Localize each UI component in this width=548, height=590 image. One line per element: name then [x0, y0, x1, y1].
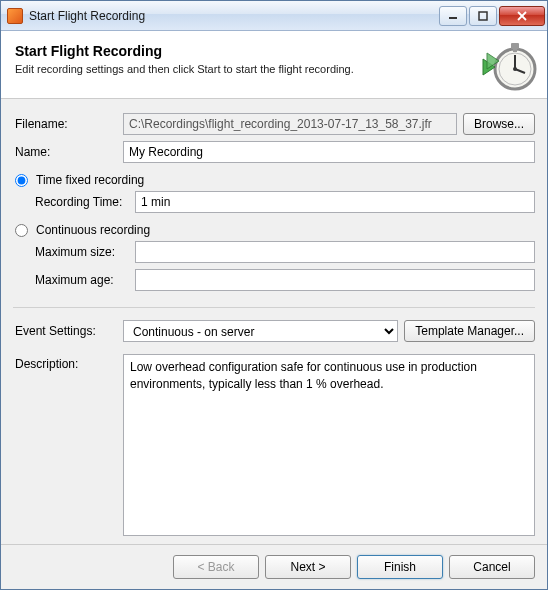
app-icon: [7, 8, 23, 24]
svg-rect-7: [513, 48, 517, 52]
recording-time-label: Recording Time:: [13, 195, 129, 209]
maximize-icon: [478, 11, 488, 21]
max-age-row: Maximum age:: [13, 269, 535, 291]
event-settings-select[interactable]: Continuous - on server: [123, 320, 398, 342]
minimize-button[interactable]: [439, 6, 467, 26]
time-fixed-radio-row: Time fixed recording: [15, 173, 535, 187]
max-size-field[interactable]: [135, 241, 535, 263]
page-title: Start Flight Recording: [15, 43, 533, 59]
max-size-label: Maximum size:: [13, 245, 129, 259]
maximize-button[interactable]: [469, 6, 497, 26]
svg-point-10: [513, 67, 517, 71]
back-button[interactable]: < Back: [173, 555, 259, 579]
filename-row: Filename: C:\Recordings\flight_recording…: [13, 113, 535, 135]
recording-time-row: Recording Time:: [13, 191, 535, 213]
recording-time-field[interactable]: [135, 191, 535, 213]
name-label: Name:: [13, 145, 117, 159]
close-button[interactable]: [499, 6, 545, 26]
continuous-radio[interactable]: [15, 224, 28, 237]
finish-button[interactable]: Finish: [357, 555, 443, 579]
event-settings-label: Event Settings:: [13, 324, 117, 338]
time-fixed-radio-label: Time fixed recording: [36, 173, 144, 187]
template-manager-button[interactable]: Template Manager...: [404, 320, 535, 342]
wizard-header: Start Flight Recording Edit recording se…: [1, 31, 547, 99]
dialog-window: Start Flight Recording Start Flight Reco…: [0, 0, 548, 590]
titlebar[interactable]: Start Flight Recording: [1, 1, 547, 31]
description-label: Description:: [13, 354, 117, 536]
max-age-field[interactable]: [135, 269, 535, 291]
page-subtitle: Edit recording settings and then click S…: [15, 63, 533, 75]
svg-rect-1: [479, 12, 487, 20]
cancel-button[interactable]: Cancel: [449, 555, 535, 579]
window-title: Start Flight Recording: [29, 9, 439, 23]
time-fixed-radio[interactable]: [15, 174, 28, 187]
window-controls: [439, 6, 545, 26]
browse-button[interactable]: Browse...: [463, 113, 535, 135]
filename-field[interactable]: C:\Recordings\flight_recording_2013-07-1…: [123, 113, 457, 135]
next-button[interactable]: Next >: [265, 555, 351, 579]
stopwatch-icon: [481, 37, 537, 93]
wizard-footer: < Back Next > Finish Cancel: [1, 544, 547, 589]
description-field[interactable]: Low overhead configuration safe for cont…: [123, 354, 535, 536]
minimize-icon: [448, 11, 458, 21]
description-row: Description: Low overhead configuration …: [13, 354, 535, 536]
wizard-content: Filename: C:\Recordings\flight_recording…: [1, 99, 547, 544]
name-field[interactable]: [123, 141, 535, 163]
filename-label: Filename:: [13, 117, 117, 131]
max-size-row: Maximum size:: [13, 241, 535, 263]
separator: [13, 307, 535, 308]
continuous-radio-row: Continuous recording: [15, 223, 535, 237]
close-icon: [517, 11, 527, 21]
event-settings-row: Event Settings: Continuous - on server T…: [13, 320, 535, 342]
max-age-label: Maximum age:: [13, 273, 129, 287]
continuous-radio-label: Continuous recording: [36, 223, 150, 237]
name-row: Name:: [13, 141, 535, 163]
